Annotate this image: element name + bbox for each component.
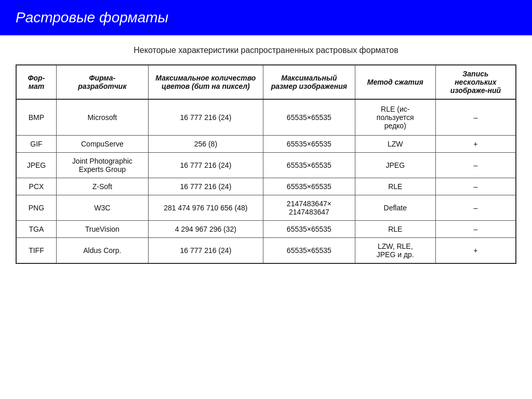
col-header-colors: Максимальное количество цветов (бит на п… [148,65,263,99]
cell-company: CompuServe [56,136,148,153]
col-header-size: Максимальный размер изображения [263,65,355,99]
col-header-company: Фирма-разработчик [56,65,148,99]
cell-size: 2147483647×2147483647 [263,195,355,221]
cell-company: Z-Soft [56,178,148,195]
cell-multi: – [435,99,516,136]
table-row: PNGW3C281 474 976 710 656 (48)2147483647… [16,195,516,221]
cell-colors: 16 777 216 (24) [148,178,263,195]
cell-company: TrueVision [56,221,148,238]
page-header: Растровые форматы [0,0,532,35]
col-header-multi: Запись нескольких изображе-ний [435,65,516,99]
cell-company: Aldus Corp. [56,238,148,264]
formats-table: Фор-мат Фирма-разработчик Максимальное к… [16,64,516,264]
cell-format: JPEG [16,153,56,178]
cell-size: 65535×65535 [263,136,355,153]
cell-size: 65535×65535 [263,99,355,136]
table-row: TGATrueVision4 294 967 296 (32)65535×655… [16,221,516,238]
cell-company: W3C [56,195,148,221]
cell-method: LZW, RLE,JPEG и др. [355,238,435,264]
cell-method: RLE (ис-пользуетсяредко) [355,99,435,136]
cell-multi: – [435,178,516,195]
cell-colors: 281 474 976 710 656 (48) [148,195,263,221]
table-row: TIFFAldus Corp.16 777 216 (24)65535×6553… [16,238,516,264]
cell-colors: 16 777 216 (24) [148,238,263,264]
table-wrapper: Фор-мат Фирма-разработчик Максимальное к… [0,64,532,264]
cell-method: Deflate [355,195,435,221]
cell-multi: + [435,238,516,264]
cell-method: RLE [355,221,435,238]
cell-company: Microsoft [56,99,148,136]
cell-size: 65535×65535 [263,238,355,264]
page-title: Растровые форматы [16,9,516,26]
cell-format: PCX [16,178,56,195]
cell-format: TGA [16,221,56,238]
cell-method: JPEG [355,153,435,178]
page-subtitle: Некоторые характеристики распространенны… [0,46,532,55]
cell-size: 65535×65535 [263,178,355,195]
cell-multi: + [435,136,516,153]
cell-multi: – [435,153,516,178]
cell-multi: – [435,195,516,221]
col-header-format: Фор-мат [16,65,56,99]
cell-format: TIFF [16,238,56,264]
table-row: GIFCompuServe256 (8)65535×65535LZW+ [16,136,516,153]
table-row: JPEGJoint Photographic Experts Group16 7… [16,153,516,178]
table-header-row: Фор-мат Фирма-разработчик Максимальное к… [16,65,516,99]
cell-format: GIF [16,136,56,153]
cell-method: LZW [355,136,435,153]
col-header-method: Метод сжатия [355,65,435,99]
cell-format: BMP [16,99,56,136]
cell-format: PNG [16,195,56,221]
cell-multi: – [435,221,516,238]
cell-company: Joint Photographic Experts Group [56,153,148,178]
cell-colors: 256 (8) [148,136,263,153]
cell-size: 65535×65535 [263,153,355,178]
cell-colors: 16 777 216 (24) [148,153,263,178]
cell-colors: 16 777 216 (24) [148,99,263,136]
cell-method: RLE [355,178,435,195]
cell-colors: 4 294 967 296 (32) [148,221,263,238]
table-row: PCXZ-Soft16 777 216 (24)65535×65535RLE– [16,178,516,195]
table-row: BMPMicrosoft16 777 216 (24)65535×65535RL… [16,99,516,136]
cell-size: 65535×65535 [263,221,355,238]
